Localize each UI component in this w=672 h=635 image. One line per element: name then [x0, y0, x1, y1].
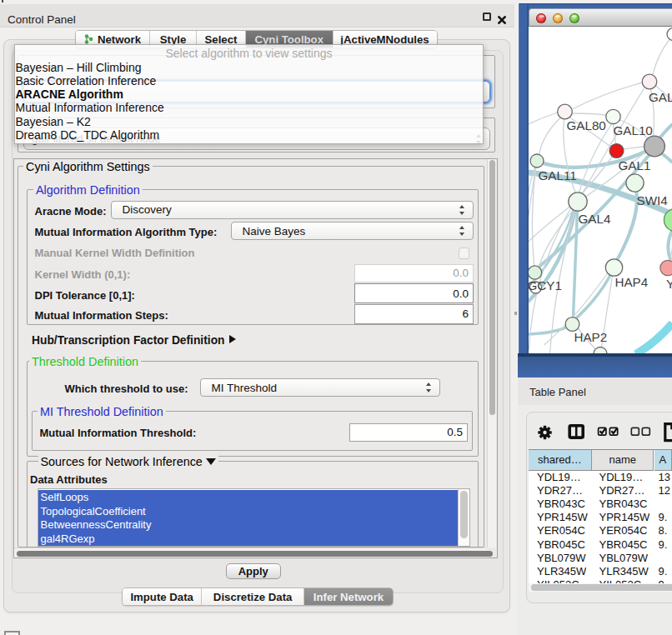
node-table[interactable]: shared…nameA YDL19…YDL19…13YDR27…YDR27…1…: [529, 449, 672, 592]
network-node-GAL80[interactable]: [557, 104, 572, 119]
unchecked-columns-icon[interactable]: [631, 428, 649, 435]
network-node-gray-node[interactable]: [644, 136, 664, 157]
network-edge[interactable]: [661, 153, 672, 162]
network-window-titlebar[interactable]: [529, 8, 672, 27]
network-node-salmon-node[interactable]: [659, 260, 672, 275]
table-column-header[interactable]: name: [592, 450, 654, 471]
bottom-tab-impute-data[interactable]: Impute Data: [123, 588, 202, 605]
mi-threshold-group-title: MI Threshold Definition: [38, 405, 166, 418]
settings-vertical-scrollbar[interactable]: [487, 159, 496, 548]
dropdown-item[interactable]: Bayesian – Hill Climbing: [15, 61, 483, 74]
dropdown-item[interactable]: Dream8 DC_TDC Algorithm: [15, 128, 483, 142]
attribute-item[interactable]: BetweennessCentrality: [38, 518, 458, 532]
data-attributes-list[interactable]: SelfLoopsTopologicalCoefficientBetweenne…: [38, 488, 470, 547]
table-column-header[interactable]: shared…: [529, 450, 593, 471]
dropdown-item[interactable]: Mutual Information Inference: [15, 101, 483, 114]
expand-right-icon[interactable]: [229, 335, 236, 343]
network-edge[interactable]: [529, 112, 558, 124]
attribute-item[interactable]: TopologicalCoefficient: [38, 504, 458, 518]
network-node-GAL4[interactable]: [568, 192, 586, 211]
table-hscroll-thumb[interactable]: [531, 584, 672, 591]
network-edge[interactable]: [573, 211, 577, 318]
table-row[interactable]: YPR145WYPR145W9.: [529, 511, 672, 524]
collapse-down-icon[interactable]: [206, 458, 216, 465]
network-node-SWI4[interactable]: [625, 174, 643, 192]
bottom-tab-discretize-data[interactable]: Discretize Data: [202, 588, 304, 605]
close-icon[interactable]: [498, 12, 506, 21]
checked-columns-icon[interactable]: [599, 428, 618, 435]
manual-kernel-checkbox[interactable]: [459, 248, 470, 259]
network-node-top-partial[interactable]: [667, 28, 672, 41]
network-node-HAP2[interactable]: [565, 318, 579, 332]
attribute-item[interactable]: SelfLoops: [38, 490, 458, 504]
network-edge[interactable]: [623, 147, 644, 149]
window-zoom-icon[interactable]: [569, 13, 579, 23]
network-node-GAL10[interactable]: [605, 109, 619, 123]
table-cell: 9.: [659, 511, 668, 523]
combo-arrows-icon: [459, 205, 465, 215]
network-node-label: HAP4: [614, 275, 648, 289]
mi-threshold-field[interactable]: 0.5: [349, 423, 469, 442]
network-edge[interactable]: [668, 230, 672, 260]
network-edge[interactable]: [574, 272, 611, 320]
network-edge[interactable]: [572, 82, 642, 109]
mi-steps-field[interactable]: 6: [354, 304, 474, 324]
manual-kernel-label: Manual Kernel Width Definition: [35, 247, 195, 259]
attr-list-scroll-thumb[interactable]: [460, 491, 468, 538]
network-node-label: GAL80: [566, 118, 605, 132]
network-node-GAL7[interactable]: [642, 74, 657, 89]
file-icon[interactable]: [665, 424, 672, 441]
table-cell: YPR145W: [537, 511, 588, 523]
table-cell: 12: [659, 484, 670, 497]
network-edge[interactable]: [652, 39, 669, 75]
table-row[interactable]: YDR27…YDR27…12: [529, 484, 672, 498]
table-cell: 9.: [659, 565, 668, 578]
mi-type-combobox[interactable]: Naive Bayes: [231, 222, 474, 240]
table-row[interactable]: YBL079WYBL079W: [529, 552, 672, 565]
attribute-item[interactable]: gal4RGexp: [38, 532, 458, 546]
dropdown-item[interactable]: ARACNE Algorithm: [15, 88, 483, 101]
combo-arrows-icon: [459, 226, 465, 236]
network-node-label: HAP2: [574, 330, 607, 344]
window-close-icon[interactable]: [536, 13, 546, 23]
settings-hscroll-thumb[interactable]: [17, 551, 493, 558]
table-row[interactable]: YBR045CYBR045C9.: [529, 538, 672, 552]
bottom-left-button[interactable]: [4, 631, 20, 635]
window-minimize-icon[interactable]: [553, 13, 563, 23]
table-row[interactable]: YDL19…YDL19…13: [529, 471, 672, 484]
float-icon[interactable]: [483, 12, 491, 21]
network-node-bottom-partial[interactable]: [594, 348, 607, 354]
settings-horizontal-scrollbar[interactable]: [14, 548, 486, 558]
dpi-tolerance-field[interactable]: 0.0: [354, 283, 474, 303]
gear-icon[interactable]: [538, 426, 551, 439]
table-column-header[interactable]: A: [654, 450, 672, 471]
network-node-HAP4[interactable]: [605, 259, 622, 276]
threshold-definition-title: Threshold Definition: [29, 355, 141, 368]
dropdown-item[interactable]: Bayesian – K2: [15, 115, 483, 128]
split-columns-icon[interactable]: [569, 424, 583, 439]
network-edge[interactable]: [539, 118, 560, 155]
dropdown-item[interactable]: Basic Correlation Inference: [15, 74, 483, 88]
apply-button[interactable]: Apply: [226, 563, 282, 580]
network-edge[interactable]: [572, 113, 605, 115]
which-threshold-combobox[interactable]: MI Threshold: [200, 378, 440, 397]
table-row[interactable]: YLR345WYLR345W9.: [529, 565, 672, 578]
aracne-mode-combobox[interactable]: Discovery: [111, 201, 474, 219]
panel-divider-handle[interactable]: [514, 312, 517, 315]
attr-list-scrollbar[interactable]: [458, 489, 469, 546]
table-toolbar: [526, 417, 672, 447]
table-row[interactable]: YBR043CYBR043C: [529, 498, 672, 511]
network-edge[interactable]: [635, 323, 672, 353]
network-edge[interactable]: [532, 168, 535, 266]
dropdown-items: Bayesian – Hill ClimbingBasic Correlatio…: [15, 61, 483, 142]
table-cell: 8.: [659, 524, 668, 537]
table-row[interactable]: YER054CYER054C8.: [529, 524, 672, 538]
table-cell: YER054C: [599, 524, 648, 537]
bottom-tab-infer-network[interactable]: Infer Network: [304, 588, 393, 605]
dropdown-placeholder: Select algorithm to view settings: [15, 45, 483, 61]
settings-vscroll-thumb[interactable]: [489, 160, 495, 415]
network-node-GAL1[interactable]: [609, 144, 624, 158]
network-node-GAL11[interactable]: [530, 154, 544, 168]
network-view-canvas[interactable]: GALGAL80GAL10GAL1SWI4GAL11GAL4GCY1HAP4YH…: [529, 27, 672, 353]
kernel-width-field[interactable]: 0.0: [354, 264, 474, 283]
